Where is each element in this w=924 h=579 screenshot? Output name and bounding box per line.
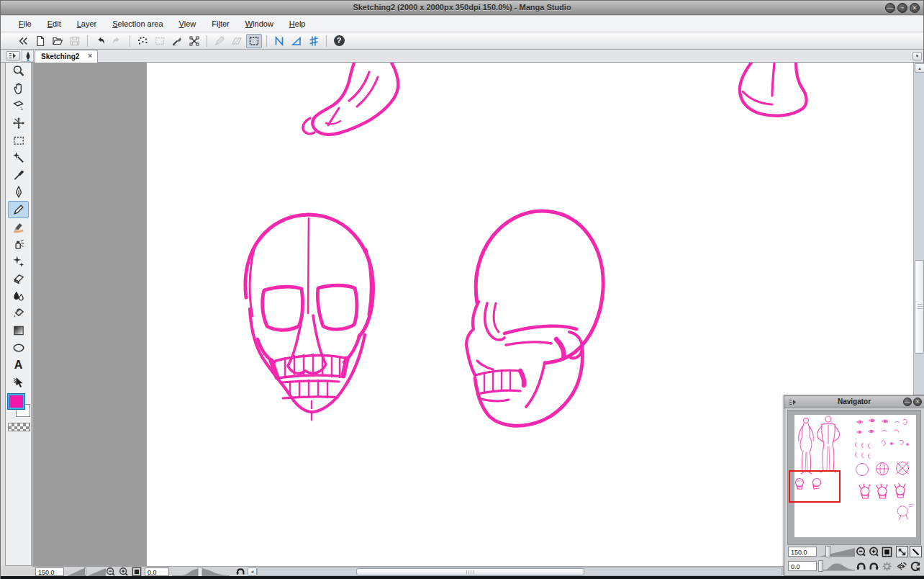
transform-button[interactable]: [186, 34, 202, 48]
minimize-button[interactable]: —: [885, 3, 895, 13]
menu-filter[interactable]: Filter: [204, 17, 237, 30]
magic-wand-icon: [12, 151, 25, 164]
zoom-out-button[interactable]: [104, 567, 117, 577]
decoration-tool[interactable]: [8, 253, 29, 270]
menu-layer[interactable]: Layer: [69, 17, 105, 30]
menu-window[interactable]: Window: [237, 17, 281, 30]
current-tool-indicator[interactable]: [22, 50, 34, 62]
selection-pen-icon: [171, 35, 183, 47]
skull-front-sketch: [245, 215, 373, 420]
eraser-icon: [12, 272, 25, 285]
navigator-reset-rotation-button[interactable]: [881, 560, 893, 572]
text-tool[interactable]: A: [8, 356, 29, 374]
zoom-tool[interactable]: [8, 63, 29, 80]
navigator-zoom-slider[interactable]: [819, 548, 855, 557]
menu-edit[interactable]: Edit: [40, 17, 69, 30]
menu-file[interactable]: File: [11, 17, 40, 30]
navigator-minimize-button[interactable]: —: [903, 398, 912, 406]
transparent-color-swatch[interactable]: [8, 423, 30, 431]
navigator-rotation-field[interactable]: 0.0: [788, 561, 817, 571]
path-arrow-icon: [12, 376, 25, 389]
canvas-viewport[interactable]: [32, 63, 913, 566]
navigator-rotate-ccw-button[interactable]: [855, 560, 867, 572]
ellipse-tool[interactable]: [8, 339, 29, 356]
magic-wand-tool[interactable]: [8, 149, 29, 166]
collapse-toolbar-button[interactable]: [15, 34, 31, 48]
gradient-tool[interactable]: [8, 322, 29, 339]
navigator-title-bar[interactable]: Navigator — ×: [784, 396, 924, 408]
menu-help[interactable]: Help: [281, 17, 314, 30]
navigator-zoom-slider-thumb[interactable]: [825, 546, 830, 557]
path-select-tool[interactable]: [8, 374, 29, 391]
zoom-in-button[interactable]: [117, 567, 130, 577]
erase-selection-button[interactable]: [169, 34, 185, 48]
navigator-thumbnail[interactable]: [787, 410, 921, 545]
pen-tool[interactable]: [8, 184, 29, 201]
layer-option-button-disabled[interactable]: [229, 34, 245, 48]
magnifier-icon: [12, 65, 25, 78]
deselect-button[interactable]: [135, 34, 150, 48]
zoom-slider[interactable]: [67, 568, 84, 576]
pen-nib-icon: [24, 51, 32, 61]
marquee-mode-button[interactable]: [246, 34, 262, 48]
undo-button[interactable]: [92, 34, 108, 48]
marker-tool[interactable]: [8, 218, 29, 235]
rotation-value-field[interactable]: 0.0: [145, 567, 169, 576]
navigator-fit-window-button[interactable]: [896, 546, 908, 557]
vertical-scrollbar-thumb[interactable]: [915, 260, 924, 354]
marquee-tool[interactable]: [8, 132, 29, 149]
zoom-slider-thumb[interactable]: [84, 567, 86, 576]
eraser-tool[interactable]: [8, 270, 29, 287]
navigator-reset-display-button[interactable]: [910, 560, 922, 572]
horizontal-scrollbar[interactable]: [257, 567, 782, 576]
navigator-zoom-out-button[interactable]: [855, 546, 867, 557]
grid-snap-button[interactable]: [306, 34, 322, 48]
eyedropper-tool[interactable]: [8, 166, 29, 184]
navigator-flip-horizontal-button[interactable]: [896, 560, 908, 572]
eyedropper-icon: [12, 169, 25, 181]
main-toolbar: ? ▼: [1, 32, 923, 50]
pencil-tool[interactable]: [8, 201, 29, 218]
navigator-rotate-cw-button[interactable]: [868, 560, 880, 572]
help-button[interactable]: ?: [331, 34, 347, 48]
open-file-button[interactable]: [50, 34, 65, 48]
reselect-button-disabled[interactable]: [152, 34, 168, 48]
rotate-ccw-button[interactable]: [234, 567, 246, 577]
blend-tool[interactable]: [8, 287, 29, 305]
navigator-rotation-slider[interactable]: [819, 562, 855, 571]
special-ruler-snap-button[interactable]: [289, 34, 304, 48]
tab-close-icon[interactable]: ×: [88, 53, 92, 60]
scroll-up-button[interactable]: ▲: [915, 63, 924, 73]
navigator-rotation-slider-thumb[interactable]: [818, 560, 823, 572]
move-tool[interactable]: [8, 115, 29, 132]
hand-tool[interactable]: [8, 80, 29, 97]
navigator-zoom-field[interactable]: 150.0: [788, 547, 817, 557]
fit-to-screen-button[interactable]: [130, 567, 142, 577]
zoom-slider-right[interactable]: [87, 568, 106, 576]
airbrush-tool[interactable]: [8, 235, 29, 253]
app-window: Sketching2 (2000 x 2000px 350dpi 150.0%)…: [0, 0, 924, 579]
navigator-actual-size-button[interactable]: [910, 546, 922, 557]
fill-tool[interactable]: [8, 305, 29, 322]
tab-overflow-button[interactable]: ▼: [912, 52, 922, 60]
navigator-close-button[interactable]: ×: [913, 398, 922, 406]
rotate-cw-icon: [869, 561, 879, 572]
page-move-tool[interactable]: [8, 97, 29, 115]
navigator-fit-button[interactable]: [881, 546, 893, 557]
close-button[interactable]: ×: [910, 3, 920, 13]
tab-sketching2[interactable]: Sketching2 ×: [35, 50, 98, 63]
scroll-left-button[interactable]: ◄: [248, 567, 257, 576]
tool-panel-menu-button[interactable]: [6, 51, 20, 60]
maximize-button[interactable]: ▫: [897, 3, 907, 13]
navigator-zoom-in-button[interactable]: [868, 546, 880, 557]
redo-button-disabled[interactable]: [109, 34, 125, 48]
menu-selection-area[interactable]: Selection area: [104, 17, 171, 30]
save-button-disabled[interactable]: [67, 34, 83, 48]
ruler-snap-button[interactable]: [271, 34, 287, 48]
new-page-button[interactable]: [32, 34, 48, 48]
horizontal-scrollbar-thumb[interactable]: [356, 568, 584, 575]
zoom-value-field[interactable]: 150.0: [35, 567, 64, 576]
rotate-canvas-button-disabled[interactable]: [212, 34, 227, 48]
menu-view[interactable]: View: [171, 17, 204, 30]
foreground-color-swatch[interactable]: [8, 394, 24, 409]
